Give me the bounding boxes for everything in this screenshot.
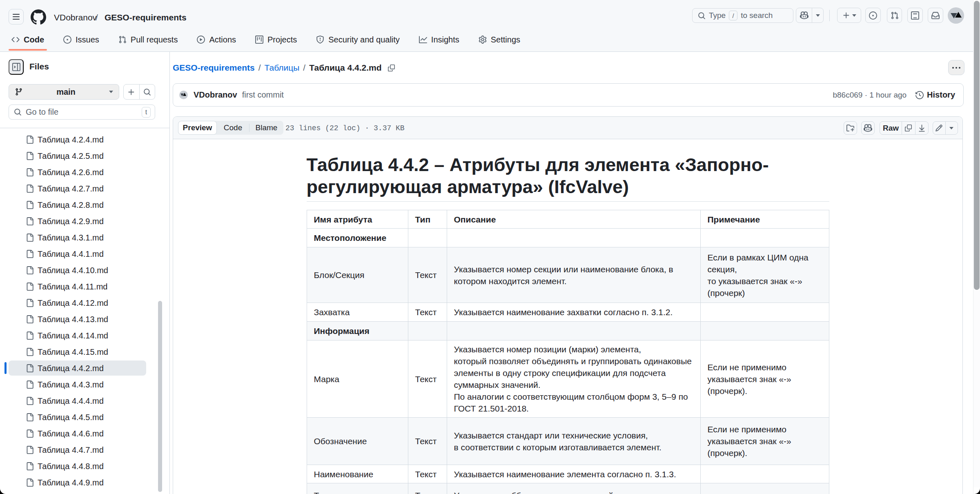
hamburger-menu-button[interactable] bbox=[9, 9, 24, 24]
tab-blame[interactable]: Blame bbox=[249, 121, 283, 135]
breadcrumb-repo-link[interactable]: GESO-requirements bbox=[173, 63, 255, 73]
tab-settings[interactable]: Settings bbox=[476, 31, 523, 49]
file-tree-item[interactable]: Таблица 4.4.5.md bbox=[0, 409, 169, 425]
tab-preview[interactable]: Preview bbox=[178, 121, 217, 135]
files-panel-title: Files bbox=[29, 62, 49, 71]
tab-code[interactable]: Code bbox=[9, 31, 47, 49]
tab-actions[interactable]: Actions bbox=[194, 31, 239, 49]
go-to-file-input[interactable]: Go to file t bbox=[9, 105, 155, 120]
add-to-workspace-button[interactable] bbox=[844, 121, 857, 135]
search-icon bbox=[14, 108, 22, 116]
file-name: Таблица 4.4.9.md bbox=[38, 478, 104, 487]
table-cell: Указывается наименование захватки соглас… bbox=[447, 303, 700, 322]
issue-opened-icon bbox=[869, 11, 877, 20]
table-cell: Если не применимо указывается знак «-» (… bbox=[700, 418, 829, 465]
breadcrumb-separator: / bbox=[303, 63, 305, 73]
file-tree-item[interactable]: Таблица 4.4.8.md bbox=[0, 458, 169, 474]
breadcrumb-owner[interactable]: VDobranov bbox=[54, 12, 97, 23]
table-cell bbox=[700, 303, 829, 322]
copilot-file-button[interactable] bbox=[861, 121, 875, 135]
inbox-button[interactable] bbox=[928, 8, 943, 23]
copy-file-button[interactable] bbox=[902, 122, 915, 134]
journal-button[interactable] bbox=[907, 8, 923, 23]
file-tree-item[interactable]: Таблица 4.2.7.md bbox=[0, 180, 169, 197]
tab-code[interactable]: Code bbox=[217, 121, 249, 135]
raw-button[interactable]: Raw bbox=[880, 122, 902, 134]
user-avatar[interactable] bbox=[948, 7, 964, 24]
file-icon bbox=[26, 381, 34, 389]
file-tree-item[interactable]: Таблица 4.4.6.md bbox=[0, 425, 169, 442]
file-tree-item[interactable]: Таблица 4.4.9.md bbox=[0, 474, 169, 491]
table-cell: Текст bbox=[408, 418, 447, 465]
file-tree-item[interactable]: Таблица 4.4.12.md bbox=[0, 295, 169, 311]
more-options-button[interactable] bbox=[948, 60, 964, 75]
breadcrumb-repo[interactable]: GESO-requirements bbox=[105, 12, 187, 23]
file-icon bbox=[26, 429, 34, 438]
tab-projects[interactable]: Projects bbox=[252, 31, 300, 49]
gear-icon bbox=[479, 36, 487, 44]
file-icon bbox=[26, 217, 34, 225]
copy-path-button[interactable] bbox=[388, 65, 395, 71]
sidebar-scrollbar-thumb[interactable] bbox=[158, 301, 162, 492]
t-key-hint: t bbox=[142, 107, 151, 118]
search-tree-button[interactable] bbox=[139, 85, 155, 99]
tab-issues[interactable]: Issues bbox=[60, 31, 102, 49]
tab-insights[interactable]: Insights bbox=[416, 31, 462, 49]
page-scrollbar-track[interactable] bbox=[973, 0, 980, 494]
search-placeholder-post: to search bbox=[741, 11, 773, 20]
table-cell: Захватка bbox=[307, 303, 408, 322]
file-breadcrumb: GESO-requirements / Таблицы / Таблица 4.… bbox=[173, 60, 395, 76]
download-button[interactable] bbox=[915, 122, 928, 134]
github-logo-icon[interactable] bbox=[31, 9, 46, 25]
create-new-button[interactable] bbox=[837, 8, 861, 23]
history-button[interactable]: History bbox=[915, 90, 955, 100]
chevron-down-icon bbox=[109, 91, 113, 93]
issues-header-button[interactable] bbox=[865, 8, 881, 23]
file-tree-item[interactable]: Таблица 4.4.3.md bbox=[0, 376, 169, 393]
file-name: Таблица 4.2.4.md bbox=[38, 135, 104, 145]
file-name: Таблица 4.2.8.md bbox=[38, 200, 104, 210]
copilot-button[interactable] bbox=[796, 11, 812, 20]
file-tree-item[interactable]: Таблица 4.4.14.md bbox=[0, 327, 169, 344]
commit-author-avatar[interactable] bbox=[179, 91, 188, 99]
file-tree-item[interactable]: Таблица 4.4.13.md bbox=[0, 311, 169, 327]
page-scrollbar-thumb[interactable] bbox=[974, 1, 980, 290]
file-icon bbox=[26, 364, 34, 372]
file-tree-item[interactable]: Таблица 4.4.15.md bbox=[0, 344, 169, 360]
file-tree-item[interactable]: Таблица 4.2.4.md bbox=[0, 131, 169, 148]
copilot-menu-button[interactable] bbox=[812, 8, 823, 22]
file-tree-item[interactable]: Таблица 4.4.11.md bbox=[0, 278, 169, 295]
pull-requests-header-button[interactable] bbox=[887, 8, 902, 23]
file-tree-item[interactable]: Таблица 4.2.6.md bbox=[0, 164, 169, 180]
table-row: ЗахваткаТекстУказывается наименование за… bbox=[307, 303, 829, 322]
file-tree-item[interactable]: Таблица 4.2.8.md bbox=[0, 197, 169, 213]
sidebar-collapse-icon bbox=[12, 63, 20, 71]
edit-button[interactable] bbox=[933, 122, 945, 134]
file-tree: Таблица 4.2.4.mdТаблица 4.2.5.mdТаблица … bbox=[0, 131, 169, 491]
copilot-icon bbox=[864, 124, 872, 132]
tab-pull-requests[interactable]: Pull requests bbox=[116, 31, 181, 49]
global-search-input[interactable]: Type / to search bbox=[692, 8, 793, 23]
add-file-button[interactable] bbox=[124, 85, 139, 99]
file-tree-item[interactable]: Таблица 4.2.9.md bbox=[0, 213, 169, 229]
branch-selector[interactable]: main bbox=[9, 84, 119, 100]
edit-menu-button[interactable] bbox=[945, 122, 958, 134]
search-placeholder-pre: Type bbox=[709, 11, 726, 20]
file-tree-item[interactable]: Таблица 4.4.4.md bbox=[0, 393, 169, 409]
slash-key-hint: / bbox=[729, 11, 737, 20]
file-tree-item[interactable]: Таблица 4.4.7.md bbox=[0, 442, 169, 458]
file-tree-item[interactable]: Таблица 4.2.5.md bbox=[0, 148, 169, 164]
file-name: Таблица 4.4.3.md bbox=[38, 380, 104, 389]
tab-security-and-quality[interactable]: Security and quality bbox=[313, 31, 403, 49]
commit-message[interactable]: first commit bbox=[242, 90, 833, 100]
file-tree-item[interactable]: Таблица 4.4.1.md bbox=[0, 246, 169, 262]
table-header-cell: Тип bbox=[408, 210, 447, 229]
file-tree-item[interactable]: Таблица 4.3.1.md bbox=[0, 229, 169, 246]
file-tree-item[interactable]: Таблица 4.4.2.md bbox=[0, 360, 169, 376]
commit-author[interactable]: VDobranov bbox=[194, 90, 237, 100]
file-tree-item[interactable]: Таблица 4.4.10.md bbox=[0, 262, 169, 278]
collapse-sidebar-button[interactable] bbox=[9, 59, 24, 75]
markdown-body: Таблица 4.4.2 – Атрибуты для элемента «З… bbox=[307, 154, 829, 494]
breadcrumb-folder-link[interactable]: Таблицы bbox=[265, 63, 300, 73]
commit-meta[interactable]: b86c069 · 1 hour ago bbox=[833, 91, 906, 100]
